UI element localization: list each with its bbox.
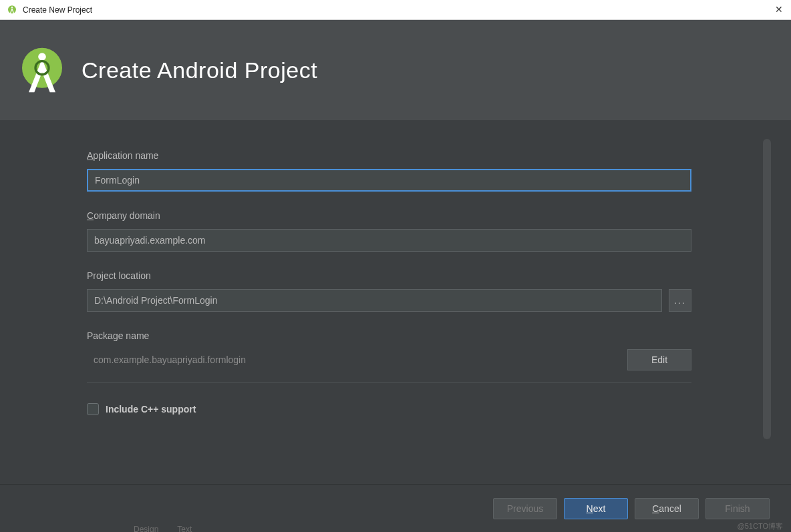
dialog-content: Application name Company domain Project …: [0, 120, 791, 484]
finish-button[interactable]: Finish: [705, 498, 770, 519]
cpp-support-checkbox[interactable]: [87, 403, 99, 415]
dialog-footer: Previous Next Cancel Finish Design Text …: [0, 485, 791, 532]
dialog-title: Create Android Project: [82, 57, 317, 83]
next-button[interactable]: Next: [564, 498, 628, 519]
watermark: @51CTO博客: [738, 521, 783, 531]
tab-strip: Design Text: [134, 525, 192, 532]
application-name-field: Application name: [87, 150, 691, 192]
previous-button[interactable]: Previous: [493, 498, 557, 519]
window-titlebar: Create New Project ✕: [0, 0, 791, 20]
browse-button[interactable]: ...: [669, 289, 691, 312]
dialog-header: Create Android Project: [0, 20, 791, 120]
company-domain-input[interactable]: [87, 229, 691, 252]
cancel-button[interactable]: Cancel: [635, 498, 699, 519]
tab-text: Text: [177, 525, 192, 532]
application-name-input[interactable]: [87, 169, 691, 192]
edit-package-button[interactable]: Edit: [627, 349, 691, 370]
project-location-label: Project location: [87, 270, 691, 281]
window-title: Create New Project: [23, 5, 92, 15]
cpp-support-label: Include C++ support: [106, 404, 196, 415]
cpp-support-row: Include C++ support: [87, 403, 691, 415]
close-icon[interactable]: ✕: [775, 4, 783, 15]
package-name-field: Package name com.example.bayuapriyadi.fo…: [87, 330, 691, 383]
android-studio-large-icon: [19, 43, 65, 97]
vertical-scrollbar[interactable]: [763, 139, 771, 439]
tab-design: Design: [134, 525, 158, 532]
company-domain-field: Company domain: [87, 210, 691, 252]
package-name-label: Package name: [87, 330, 691, 341]
project-location-input[interactable]: [87, 289, 662, 312]
application-name-label: Application name: [87, 150, 691, 161]
package-name-value: com.example.bayuapriyadi.formlogin: [87, 354, 246, 365]
android-studio-icon: [7, 5, 17, 15]
project-location-field: Project location ...: [87, 270, 691, 312]
company-domain-label: Company domain: [87, 210, 691, 221]
